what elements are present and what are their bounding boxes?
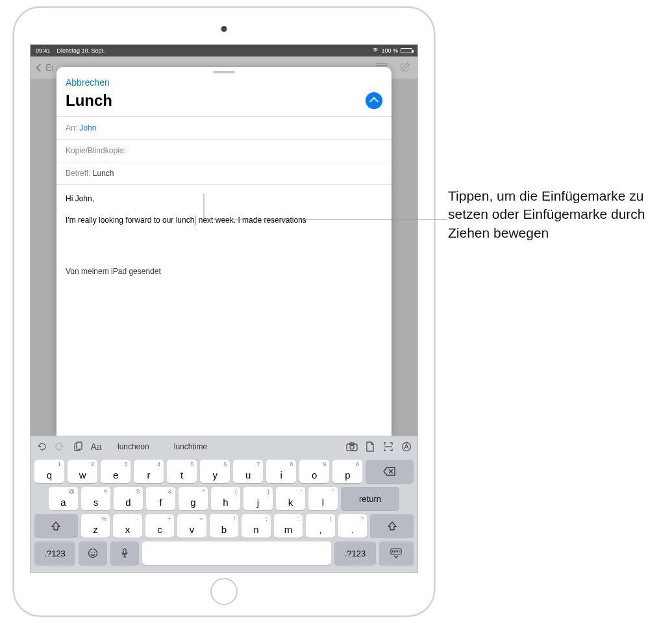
key-o[interactable]: o9 (299, 460, 329, 483)
key-w[interactable]: w2 (68, 460, 97, 483)
suggestion-2[interactable]: lunchtime (165, 442, 216, 451)
key-b[interactable]: b/ (210, 514, 239, 538)
svg-point-7 (350, 445, 354, 449)
key-shift-right[interactable] (370, 514, 414, 538)
key-numbers-left[interactable]: .?123 (34, 541, 75, 565)
text-format-button[interactable]: Aa (90, 441, 102, 453)
undo-icon[interactable] (36, 441, 47, 453)
key-q[interactable]: q1 (34, 460, 64, 483)
key-y[interactable]: y6 (200, 460, 230, 483)
key-i[interactable]: i8 (266, 460, 296, 483)
home-button[interactable] (210, 578, 238, 605)
key-delete[interactable] (366, 460, 414, 483)
key-k[interactable]: k' (276, 487, 305, 510)
svg-rect-14 (123, 549, 126, 554)
keyboard-row-2: a@s#d$f&g*h(j)k'l"return (34, 487, 414, 510)
key-p[interactable]: p0 (332, 460, 362, 483)
key-,[interactable]: ,! (306, 514, 335, 538)
keyboard-toolbar: Aa luncheon lunchtime (31, 436, 417, 457)
key-emoji[interactable] (79, 541, 107, 565)
key-r[interactable]: r4 (134, 460, 164, 483)
svg-point-12 (91, 552, 92, 553)
key-a[interactable]: a@ (49, 487, 78, 510)
key-t[interactable]: t5 (167, 460, 197, 483)
redo-icon[interactable] (54, 441, 66, 453)
key-e[interactable]: e3 (101, 460, 131, 483)
onscreen-keyboard: Aa luncheon lunchtime q1w2e3r4t5y6u7i8o9… (31, 436, 417, 572)
key-numbers-right[interactable]: .?123 (334, 541, 375, 565)
key-z[interactable]: z% (81, 514, 110, 538)
keyboard-row-4: .?123.?123 (34, 541, 414, 565)
key-dictation[interactable] (110, 541, 139, 565)
scan-icon[interactable] (382, 441, 394, 453)
keyboard-row-1: q1w2e3r4t5y6u7i8o9p0 (34, 460, 414, 483)
key-l[interactable]: l" (308, 487, 338, 510)
signature-text: Von meinem iPad gesendet (66, 266, 382, 278)
key-d[interactable]: d$ (114, 487, 143, 510)
key-h[interactable]: h( (211, 487, 240, 510)
key-g[interactable]: g* (179, 487, 208, 510)
camera-icon[interactable] (346, 441, 358, 453)
key-j[interactable]: j) (243, 487, 273, 510)
key-space[interactable] (142, 541, 332, 565)
key-n[interactable]: n; (242, 514, 271, 538)
key-return[interactable]: return (341, 487, 399, 510)
key-c[interactable]: c+ (145, 514, 175, 538)
svg-rect-5 (77, 442, 82, 449)
key-f[interactable]: f& (146, 487, 175, 510)
suggestion-1[interactable]: luncheon (108, 442, 158, 451)
annotation-callout: Tippen, um die Einfügemarke zu setzen od… (448, 187, 662, 242)
key-m[interactable]: m: (274, 514, 303, 538)
markup-icon[interactable] (401, 441, 412, 453)
key-u[interactable]: u7 (233, 460, 263, 483)
document-icon[interactable] (364, 441, 376, 453)
key-s[interactable]: s# (81, 487, 110, 510)
key-.[interactable]: .? (338, 514, 367, 538)
keyboard-row-3: z%x-c+v=b/n;m:,!.? (34, 514, 414, 538)
key-v[interactable]: v= (177, 514, 206, 538)
svg-point-11 (89, 549, 97, 558)
key-shift-left[interactable] (34, 514, 78, 538)
key-dismiss-keyboard[interactable] (379, 541, 414, 565)
clipboard-icon[interactable] (72, 441, 84, 453)
key-x[interactable]: x- (113, 514, 142, 538)
svg-point-13 (94, 552, 95, 553)
